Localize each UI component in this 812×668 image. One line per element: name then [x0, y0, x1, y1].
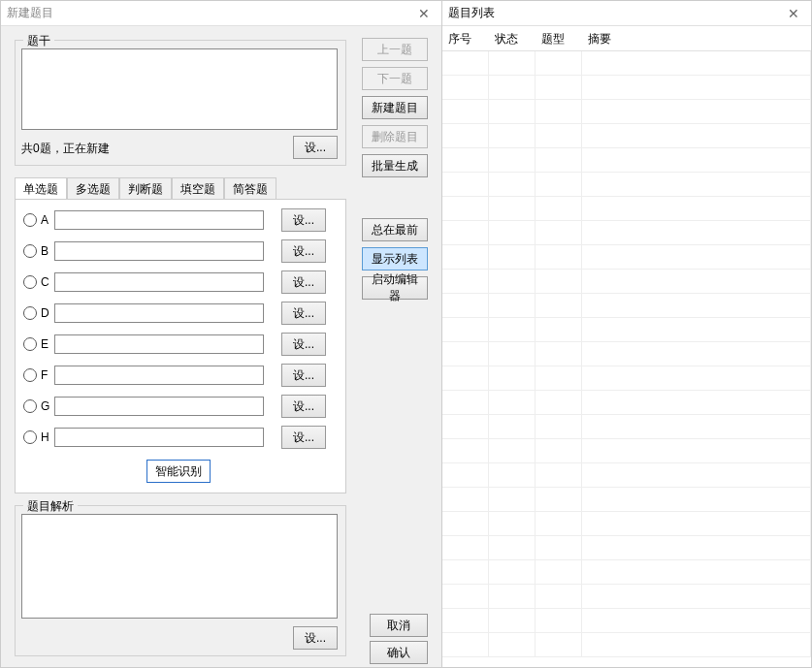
option-input[interactable] [54, 241, 264, 261]
analysis-set-button[interactable]: 设... [293, 626, 338, 650]
table-row[interactable] [442, 197, 811, 221]
table-row[interactable] [442, 100, 811, 124]
option-label: G [41, 399, 54, 413]
new-question-panel: 新建题目 ✕ 题干 共0题，正在新建 设... 单选题 多选题 判断题 填空题 … [0, 0, 442, 668]
option-input[interactable] [54, 210, 264, 230]
option-label: D [41, 306, 54, 320]
confirm-button[interactable]: 确认 [370, 641, 428, 664]
table-row[interactable] [442, 221, 811, 245]
option-input[interactable] [54, 397, 264, 416]
cancel-button[interactable]: 取消 [370, 614, 428, 637]
col-header-type[interactable]: 题型 [536, 26, 582, 50]
table-row[interactable] [442, 366, 811, 391]
option-set-button[interactable]: 设... [281, 364, 326, 387]
left-titlebar: 新建题目 ✕ [1, 1, 441, 26]
option-input[interactable] [54, 272, 264, 292]
analysis-textarea[interactable] [21, 514, 338, 619]
option-row: A设... [23, 209, 338, 231]
option-label: H [41, 430, 54, 444]
table-row[interactable] [442, 633, 811, 657]
table-row[interactable] [442, 245, 811, 270]
option-radio[interactable] [23, 275, 37, 289]
tab-judge[interactable]: 判断题 [119, 177, 172, 199]
option-input[interactable] [54, 303, 264, 323]
table-row[interactable] [442, 391, 811, 415]
option-input[interactable] [54, 334, 264, 354]
next-question-button[interactable]: 下一题 [362, 67, 428, 90]
analysis-fieldset: 题目解析 设... [15, 505, 346, 656]
question-grid: 序号 状态 题型 摘要 [442, 26, 811, 667]
option-set-button[interactable]: 设... [281, 239, 326, 263]
table-row[interactable] [442, 512, 811, 536]
option-set-button[interactable]: 设... [281, 426, 326, 449]
stem-legend: 题干 [23, 33, 54, 49]
close-icon[interactable]: ✕ [412, 6, 436, 21]
prev-question-button[interactable]: 上一题 [362, 38, 428, 61]
table-row[interactable] [442, 463, 811, 488]
option-input[interactable] [54, 428, 264, 447]
stem-textarea[interactable] [21, 48, 338, 130]
table-row[interactable] [442, 173, 811, 197]
option-radio[interactable] [23, 368, 37, 382]
table-row[interactable] [442, 270, 811, 294]
option-radio[interactable] [23, 399, 37, 413]
stem-fieldset: 题干 共0题，正在新建 设... [15, 40, 346, 166]
analysis-legend: 题目解析 [23, 498, 78, 515]
option-set-button[interactable]: 设... [281, 208, 326, 232]
table-row[interactable] [442, 439, 811, 463]
always-on-top-button[interactable]: 总在最前 [362, 218, 428, 241]
col-header-status[interactable]: 状态 [489, 26, 536, 50]
option-label: F [41, 368, 54, 382]
option-row: F设... [23, 365, 338, 386]
option-row: D设... [23, 302, 338, 324]
table-row[interactable] [442, 318, 811, 342]
close-icon[interactable]: ✕ [782, 6, 805, 21]
table-row[interactable] [442, 124, 811, 148]
option-row: H设... [23, 427, 338, 448]
tab-multi-choice[interactable]: 多选题 [67, 177, 119, 199]
question-list-panel: 题目列表 ✕ 序号 状态 题型 摘要 [442, 0, 812, 668]
option-set-button[interactable]: 设... [281, 333, 326, 356]
option-radio[interactable] [23, 244, 37, 258]
stem-set-button[interactable]: 设... [293, 136, 338, 159]
left-title: 新建题目 [7, 5, 412, 21]
smart-recognize-button[interactable]: 智能识别 [146, 460, 211, 483]
delete-question-button[interactable]: 删除题目 [362, 125, 428, 148]
new-question-button[interactable]: 新建题目 [362, 96, 428, 119]
table-row[interactable] [442, 585, 811, 609]
option-row: G设... [23, 396, 338, 417]
option-set-button[interactable]: 设... [281, 302, 326, 325]
show-list-button[interactable]: 显示列表 [362, 247, 428, 270]
right-title: 题目列表 [448, 5, 782, 21]
option-set-button[interactable]: 设... [281, 395, 326, 418]
col-header-index[interactable]: 序号 [442, 26, 489, 50]
table-row[interactable] [442, 51, 811, 76]
option-row: B设... [23, 240, 338, 262]
table-row[interactable] [442, 488, 811, 512]
tab-single-choice[interactable]: 单选题 [15, 177, 67, 199]
tab-body: A设...B设...C设...D设...E设...F设...G设...H设...… [15, 199, 346, 493]
table-row[interactable] [442, 294, 811, 318]
option-input[interactable] [54, 366, 264, 385]
col-header-summary[interactable]: 摘要 [582, 26, 811, 50]
question-type-tabs: 单选题 多选题 判断题 填空题 简答题 A设...B设...C设...D设...… [15, 177, 346, 493]
table-row[interactable] [442, 76, 811, 100]
option-radio[interactable] [23, 337, 37, 351]
option-radio[interactable] [23, 306, 37, 320]
tab-short-answer[interactable]: 简答题 [224, 177, 276, 199]
table-row[interactable] [442, 342, 811, 366]
tab-fill[interactable]: 填空题 [172, 177, 224, 199]
table-row[interactable] [442, 415, 811, 439]
option-set-button[interactable]: 设... [281, 270, 326, 294]
launch-editor-button[interactable]: 启动编辑器 [362, 276, 428, 300]
option-label: C [41, 275, 54, 289]
option-radio[interactable] [23, 213, 37, 227]
batch-generate-button[interactable]: 批量生成 [362, 154, 428, 177]
option-label: B [41, 244, 54, 258]
table-row[interactable] [442, 148, 811, 173]
side-button-column: 上一题 下一题 新建题目 删除题目 批量生成 总在最前 显示列表 启动编辑器 [362, 38, 432, 305]
table-row[interactable] [442, 560, 811, 585]
table-row[interactable] [442, 609, 811, 633]
option-radio[interactable] [23, 430, 37, 444]
table-row[interactable] [442, 536, 811, 560]
